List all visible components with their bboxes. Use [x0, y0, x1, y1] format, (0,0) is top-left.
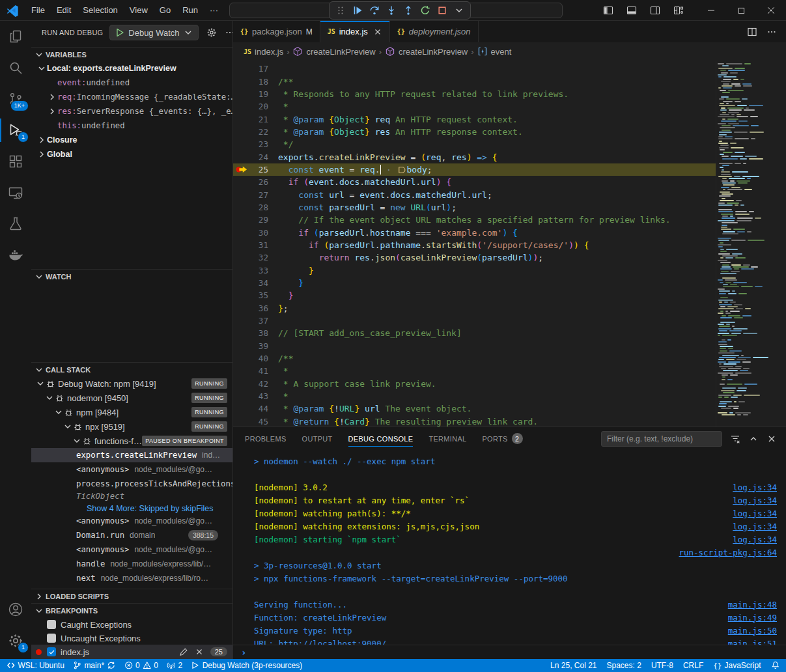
code-line[interactable]: 19 * Responds to any HTTP request relate… — [233, 88, 786, 100]
gutter-glyph[interactable] — [233, 126, 250, 138]
pencil-icon[interactable] — [179, 647, 188, 656]
overview-ruler[interactable] — [778, 61, 786, 427]
activity-source-control[interactable]: 1K+ — [0, 83, 31, 115]
line-number[interactable]: 22 — [250, 127, 268, 137]
activity-extensions[interactable] — [0, 146, 31, 177]
console-source-link[interactable]: main.js:49 — [728, 613, 777, 623]
gutter-glyph[interactable] — [233, 390, 250, 402]
gutter-glyph[interactable] — [233, 75, 250, 87]
gutter-glyph[interactable] — [233, 251, 250, 264]
continue-button[interactable] — [350, 3, 365, 18]
status-item-left-3[interactable]: 2 — [167, 661, 182, 670]
step-over-button[interactable] — [367, 3, 382, 18]
line-number[interactable]: 33 — [250, 266, 268, 275]
status-item-language[interactable]: {}JavaScript — [713, 661, 761, 670]
step-into-button[interactable] — [384, 3, 399, 18]
line-number[interactable]: 20 — [250, 102, 268, 111]
menu-item-go[interactable]: Go — [154, 3, 176, 18]
breakpoint-exception-row[interactable]: Uncaught Exceptions — [31, 631, 232, 645]
gutter-glyph[interactable] — [233, 315, 250, 327]
code-line[interactable]: 45 * @return {!Card} The resulting previ… — [233, 415, 786, 427]
code-line[interactable]: 39 — [233, 340, 786, 352]
panel-tab-problems[interactable]: PROBLEMS — [245, 427, 287, 450]
console-source-link[interactable]: main.js:51 — [728, 639, 777, 645]
call-stack-session[interactable]: functions-fra...PAUSED ON BREAKPOINT — [31, 434, 232, 448]
code-line[interactable]: 28 const parsedUrl = new URL(url); — [233, 201, 786, 214]
close-icon[interactable] — [766, 434, 777, 444]
gutter-glyph[interactable] — [233, 88, 250, 100]
checkbox-checked[interactable] — [47, 647, 56, 656]
gutter-glyph[interactable] — [233, 264, 250, 277]
activity-accounts[interactable] — [0, 594, 31, 625]
line-number[interactable]: 18 — [250, 77, 268, 87]
section-header-variables[interactable]: VARIABLES — [31, 47, 232, 61]
code-line[interactable]: 29 // If the event object URL matches a … — [233, 214, 786, 226]
gutter-glyph[interactable] — [233, 239, 250, 251]
gutter-glyph[interactable] — [233, 327, 250, 339]
gutter-glyph[interactable] — [233, 378, 250, 390]
stack-frame-row[interactable]: handlenode_modules/express/lib/… — [31, 557, 232, 571]
variable-row[interactable]: req: IncomingMessage {_readableState:… — [31, 90, 232, 104]
console-source-link[interactable]: main.js:48 — [728, 600, 777, 609]
code-line[interactable]: 31 if (parsedUrl.pathname.startsWith('/s… — [233, 239, 786, 251]
stack-frame-row[interactable]: <anonymous>node_modules/@go… — [31, 514, 232, 528]
tab-package.json[interactable]: {}package.jsonM — [233, 21, 320, 42]
gutter-glyph[interactable] — [233, 113, 250, 125]
layout-customize-icon[interactable] — [670, 3, 687, 18]
breadcrumb-item[interactable]: JSindex.js — [244, 47, 283, 57]
gutter-glyph[interactable] — [233, 302, 250, 315]
layout-sidebar-left-icon[interactable] — [600, 3, 617, 18]
status-item-left-1[interactable]: main* — [73, 661, 116, 670]
code-line[interactable]: 22 * @param {Object} res An HTTP respons… — [233, 126, 786, 138]
chevron-down-icon[interactable] — [44, 393, 55, 403]
chevron-right-icon[interactable] — [36, 135, 47, 145]
code-line[interactable]: 32 return res.json(caseLinkPreview(parse… — [233, 251, 786, 264]
chevron-right-icon[interactable] — [36, 149, 47, 160]
gutter-glyph[interactable] — [233, 188, 250, 201]
stack-frame-row[interactable]: nextnode_modules/express/lib/ro… — [31, 571, 232, 585]
call-stack-session[interactable]: npm [9484]RUNNING — [31, 405, 232, 419]
gutter-glyph[interactable] — [233, 365, 250, 377]
activity-explorer[interactable] — [0, 21, 31, 52]
line-number[interactable]: 39 — [250, 341, 268, 351]
line-number[interactable]: 34 — [250, 278, 268, 288]
activity-run-and-debug[interactable]: 1 — [0, 115, 31, 146]
stack-frame-row[interactable]: exports.createLinkPreviewind… — [31, 448, 232, 462]
console-filter-input[interactable] — [601, 431, 722, 447]
close-button[interactable] — [756, 0, 786, 21]
line-number[interactable]: 40 — [250, 354, 268, 363]
console-source-link[interactable]: log.js:34 — [733, 522, 777, 531]
gutter-glyph[interactable] — [233, 277, 250, 289]
stack-frame-row[interactable]: Domain.rundomain388:15 — [31, 528, 232, 542]
breakpoint-file-row[interactable]: index.js25 — [31, 645, 232, 659]
console-source-link[interactable]: log.js:34 — [733, 483, 777, 492]
line-number[interactable]: 45 — [250, 417, 268, 427]
code-line[interactable]: 18/** — [233, 75, 786, 87]
step-out-button[interactable] — [401, 3, 415, 18]
gutter-glyph[interactable] — [233, 402, 250, 415]
code-line[interactable]: 38// [START add_ons_case_preview_link] — [233, 327, 786, 339]
breadcrumb-item[interactable]: createLinkPreview — [385, 46, 468, 57]
chevron-down-button[interactable] — [452, 3, 466, 18]
chevron-down-icon[interactable] — [53, 407, 64, 417]
code-line[interactable]: 36}; — [233, 302, 786, 315]
code-line[interactable]: 27 const url = event.docs.matchedUrl.url… — [233, 188, 786, 201]
code-line[interactable]: 23 */ — [233, 138, 786, 150]
line-number[interactable]: 35 — [250, 290, 268, 300]
console-source-link[interactable]: log.js:34 — [733, 509, 777, 518]
breakpoint-exception-row[interactable]: Caught Exceptions — [31, 617, 232, 632]
menu-item-selection[interactable]: Selection — [77, 3, 123, 18]
variable-row[interactable]: Local: exports.createLinkPreview — [31, 61, 232, 76]
code-editor[interactable]: 1718/**19 * Responds to any HTTP request… — [233, 61, 786, 427]
chevron-right-icon[interactable] — [47, 92, 57, 102]
variable-row[interactable]: Closure — [31, 133, 232, 147]
line-number[interactable]: 36 — [250, 303, 268, 313]
line-number[interactable]: 23 — [250, 139, 268, 149]
section-header-loaded-scripts[interactable]: LOADED SCRIPTS — [31, 589, 232, 603]
code-line[interactable]: 35 } — [233, 289, 786, 301]
gutter-glyph[interactable] — [233, 201, 250, 214]
gutter-glyph[interactable] — [233, 138, 250, 150]
call-stack-session[interactable]: npx [9519]RUNNING — [31, 419, 232, 434]
panel-tab-terminal[interactable]: TERMINAL — [428, 427, 466, 450]
chevron-up-icon[interactable] — [748, 434, 759, 444]
